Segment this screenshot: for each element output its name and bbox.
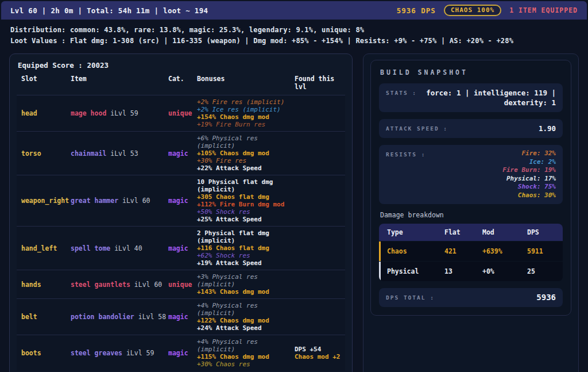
col-cat: Cat. bbox=[168, 75, 197, 91]
stats-value: force: 1 | intelligence: 119 | dexterity… bbox=[423, 88, 556, 108]
item-name: chainmail iLvl 53 bbox=[71, 149, 168, 158]
bonus-line: +115% Chaos dmg mod bbox=[197, 353, 295, 361]
resist-line: Fire: 32% bbox=[502, 149, 556, 158]
equipment-row: belt potion bandolier iLvl 58 magic +4% … bbox=[17, 298, 345, 335]
equipped-score: Equiped Score : 20023 bbox=[18, 61, 345, 70]
stats-label: STATS : bbox=[386, 88, 417, 108]
damage-cell: 25 bbox=[527, 267, 563, 275]
item-category: unique bbox=[168, 109, 197, 117]
distribution-line: Distribution: common: 43.8%, rare: 13.8%… bbox=[10, 25, 578, 36]
bonus-line: +30% Fire res bbox=[197, 157, 295, 164]
bonus-line: DPS +54 bbox=[295, 346, 341, 353]
col-bonuses: Bonuses bbox=[197, 75, 295, 91]
col-dps: DPS bbox=[527, 228, 563, 236]
bonus-line: +4% Physical res (implicit) bbox=[197, 302, 295, 317]
damage-cell: Physical bbox=[387, 267, 444, 275]
bonus-line: +122% Chaos dmg mod bbox=[197, 317, 295, 324]
damage-cell: +639% bbox=[482, 247, 527, 255]
item-bonuses: +3% Physical res (implicit)+143% Chaos d… bbox=[197, 273, 295, 296]
slot-name: torso bbox=[21, 149, 71, 158]
bonus-line: +24% Attack Speed bbox=[197, 324, 295, 332]
resists-card: RESISTS : Fire: 32%Ice: 2%Fire Burn: 19%… bbox=[379, 145, 563, 204]
item-category: magic bbox=[168, 349, 197, 357]
col-found: Found this lvl bbox=[295, 75, 341, 91]
bonus-line: +4% Physical res (implicit) bbox=[197, 338, 295, 353]
attack-speed-label: ATTACK SPEED : bbox=[386, 124, 448, 133]
damage-cell: 13 bbox=[444, 267, 482, 275]
attack-speed-card: ATTACK SPEED : 1.90 bbox=[379, 119, 563, 138]
item-bonuses: 10 Physical flat dmg (implicit)+305 Chao… bbox=[197, 178, 295, 223]
bonus-line: +305 Chaos flat dmg bbox=[197, 193, 295, 201]
item-name: spell tome iLvl 40 bbox=[71, 244, 168, 252]
resist-line: Chaos: 30% bbox=[502, 191, 556, 200]
level-time-loot-summary: Lvl 60 | 2h 0m | Total: 54h 11m | loot ~… bbox=[10, 6, 208, 15]
col-item: Item bbox=[71, 75, 168, 91]
damage-table-header: Type Flat Mod DPS bbox=[379, 224, 563, 241]
bonus-line: +19% Attack Speed bbox=[197, 259, 295, 267]
found-this-level: DPS +54Chaos mod +2 bbox=[295, 346, 341, 361]
equipment-row: boots steel greaves iLvl 59 magic +4% Ph… bbox=[17, 335, 345, 371]
damage-cell: 5911 bbox=[527, 247, 563, 255]
damage-row: Physical13+0%25 bbox=[379, 262, 563, 281]
slot-name: belt bbox=[21, 313, 71, 321]
chaos-percent-badge: CHAOS 100% bbox=[444, 5, 501, 16]
equipment-row: weapon_right great hammer iLvl 60 magic … bbox=[17, 175, 345, 226]
item-category: magic bbox=[168, 149, 197, 158]
resist-line: Fire Burn: 19% bbox=[502, 166, 556, 175]
bonus-line: +3% Physical res (implicit) bbox=[197, 273, 295, 288]
item-bonuses: +2% Fire res (implicit)+2% Ice res (impl… bbox=[197, 98, 295, 128]
slot-name: hands bbox=[21, 281, 71, 289]
equipment-row: torso chainmail iLvl 53 magic +6% Physic… bbox=[17, 131, 345, 175]
resist-line: Ice: 2% bbox=[502, 158, 556, 167]
item-category: magic bbox=[168, 244, 197, 252]
build-snapshot-title: BUILD SNAPSHOT bbox=[380, 68, 563, 76]
item-category: magic bbox=[168, 197, 197, 205]
damage-cell: Chaos bbox=[387, 247, 444, 255]
bonus-line: +116 Chaos flat dmg bbox=[197, 244, 295, 252]
resist-line: Physical: 17% bbox=[502, 175, 556, 183]
col-slot: Slot bbox=[21, 75, 71, 91]
slot-name: boots bbox=[21, 349, 71, 357]
bonus-line: +25% Attack Speed bbox=[197, 216, 295, 223]
item-bonuses: +6% Physical res (implicit)+105% Chaos d… bbox=[197, 135, 295, 172]
bonus-line: +50% Shock res bbox=[197, 208, 295, 216]
bonus-line: +154% Chaos dmg mod bbox=[197, 113, 295, 121]
bonus-line: 2 Physical flat dmg (implicit) bbox=[197, 229, 295, 244]
bonus-line: +19% Fire Burn res bbox=[197, 121, 295, 128]
stats-card: STATS : force: 1 | intelligence: 119 | d… bbox=[379, 83, 563, 112]
damage-breakdown-label: Damage breakdown bbox=[380, 211, 563, 219]
equipped-items-panel: Equiped Score : 20023 Slot Item Cat. Bon… bbox=[9, 53, 353, 372]
col-flat: Flat bbox=[444, 228, 482, 236]
bonus-line: 10 Physical flat dmg (implicit) bbox=[197, 178, 295, 193]
bonus-line: +2% Fire res (implicit) bbox=[197, 98, 295, 106]
slot-name: hand_left bbox=[21, 244, 71, 252]
equipment-table: Slot Item Cat. Bonuses Found this lvl he… bbox=[17, 73, 345, 371]
attack-speed-value: 1.90 bbox=[539, 124, 556, 133]
damage-cell: +0% bbox=[482, 267, 527, 275]
equipment-row: head mage hood iLvl 59 unique +2% Fire r… bbox=[17, 95, 345, 131]
damage-cell: 421 bbox=[444, 247, 482, 255]
bonus-line: +105% Chaos dmg mod bbox=[197, 149, 295, 157]
bonus-line: +112% Fire Burn dmg mod bbox=[197, 201, 295, 208]
bonus-line: Chaos mod +2 bbox=[295, 353, 341, 361]
bonus-line: +30% Chaos res bbox=[197, 361, 295, 368]
dps-total-value: 5936 bbox=[536, 293, 556, 302]
item-category: magic bbox=[168, 313, 197, 321]
item-bonuses: 2 Physical flat dmg (implicit)+116 Chaos… bbox=[197, 229, 295, 267]
resists-label: RESISTS : bbox=[386, 149, 425, 200]
resist-line: Shock: 75% bbox=[502, 183, 556, 191]
item-name: steel gauntlets iLvl 60 bbox=[71, 281, 168, 289]
items-equipped-badge: 1 ITEM EQUIPPED bbox=[509, 6, 578, 14]
col-mod: Mod bbox=[482, 228, 527, 236]
item-name: potion bandolier iLvl 58 bbox=[71, 313, 168, 321]
dps-readout: 5936 DPS bbox=[397, 6, 436, 15]
bonus-line: +22% Attack Speed bbox=[197, 164, 295, 172]
slot-name: weapon_right bbox=[21, 197, 71, 205]
build-snapshot-panel: BUILD SNAPSHOT STATS : force: 1 | intell… bbox=[363, 53, 579, 372]
slot-name: head bbox=[21, 109, 71, 117]
equipment-row: hands steel gauntlets iLvl 60 unique +3%… bbox=[17, 270, 345, 298]
bonus-line: +143% Chaos dmg mod bbox=[197, 288, 295, 296]
dps-total-label: DPS TOTAL : bbox=[386, 293, 435, 302]
item-bonuses: +4% Physical res (implicit)+122% Chaos d… bbox=[197, 302, 295, 332]
equipment-row: hand_left spell tome iLvl 40 magic 2 Phy… bbox=[17, 226, 345, 270]
